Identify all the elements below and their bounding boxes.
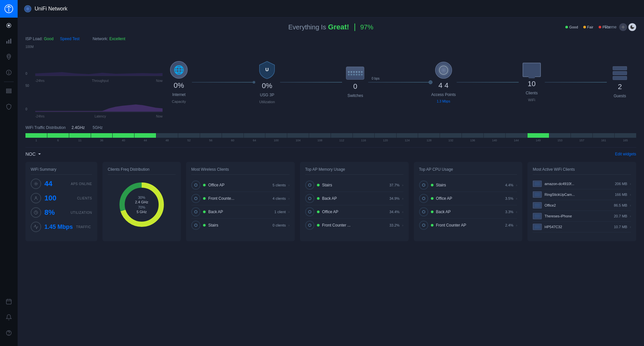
client-thumbnail xyxy=(533,191,542,198)
clients-icon xyxy=(31,193,41,203)
channel-num-149: 149 xyxy=(527,139,549,142)
channel-bar-144 xyxy=(506,133,527,138)
topo-clients[interactable]: 10 Clients WiFi xyxy=(519,63,545,102)
channel-num-153: 153 xyxy=(549,139,571,142)
ap-cpu-item[interactable]: Back AP 3.3% › xyxy=(419,205,517,219)
widgets-row: WiFi Summary 44 APS ONLINE 100 CLIENTS xyxy=(25,162,636,241)
svg-rect-36 xyxy=(534,203,540,207)
ap-memory-item[interactable]: Front Counter ... 33.2% › xyxy=(305,219,403,232)
speed-test-button[interactable]: Speed Test xyxy=(60,37,80,41)
channel-num-52: 52 xyxy=(178,139,200,142)
svg-rect-4 xyxy=(8,40,9,44)
freq-24ghz-btn[interactable]: 2.4GHz xyxy=(70,125,87,131)
ap-ring-icon xyxy=(305,207,314,216)
sidebar-item-notifications[interactable] xyxy=(0,309,18,325)
channel-num-144: 144 xyxy=(506,139,527,142)
connector-dot xyxy=(429,80,432,84)
donut-center: 30% 2.4 GHz 70% 5 GHz xyxy=(135,196,148,214)
topo-access-points[interactable]: 4 4 Access Points 1.3 Mbps xyxy=(431,62,457,103)
sidebar-item-security[interactable] xyxy=(0,99,18,115)
theme-icons xyxy=(619,23,636,31)
channel-num-157: 157 xyxy=(571,139,592,142)
sidebar-item-home[interactable] xyxy=(0,18,18,33)
channel-bar-132 xyxy=(440,133,462,138)
chevron-right-icon: › xyxy=(288,197,289,200)
widget-top-ap-cpu: Top AP CPU Usage Stairs 4.4% › Office AP… xyxy=(414,162,523,241)
chevron-right-icon: › xyxy=(516,224,517,227)
channel-bar-112 xyxy=(331,133,353,138)
client-thumbnail xyxy=(533,202,542,209)
ap-circle-icon xyxy=(435,62,452,79)
switch-icon xyxy=(346,67,364,80)
wireless-client-item[interactable]: Front Counte... 4 clients › xyxy=(191,192,290,205)
svg-point-26 xyxy=(34,182,37,185)
wireless-client-item[interactable]: Back AP 1 client › xyxy=(191,205,290,219)
chevron-right-icon: › xyxy=(516,210,517,214)
widget-most-active: Most Active WiFi Clients amazon-dc4910f.… xyxy=(527,162,636,241)
ap-memory-item[interactable]: Stairs 37.7% › xyxy=(305,179,403,192)
channel-bar-128 xyxy=(418,133,440,138)
ap-cpu-item[interactable]: Stairs 4.4% › xyxy=(419,179,517,192)
noc-title-button[interactable]: NOC xyxy=(25,151,41,157)
sidebar-item-devices[interactable] xyxy=(0,83,18,99)
channel-num-116: 116 xyxy=(353,139,374,142)
channel-bar-165 xyxy=(615,133,636,138)
sidebar-item-map[interactable] xyxy=(0,49,18,65)
widget-most-wireless: Most Wireless Clients Office AP 5 client… xyxy=(186,162,295,241)
wireless-client-item[interactable]: Stairs 0 clients › xyxy=(191,219,290,232)
channel-num-11: 11 xyxy=(69,139,91,142)
channel-num-64: 64 xyxy=(244,139,265,142)
freq-5ghz-btn[interactable]: 5GHz xyxy=(91,125,105,131)
sidebar-logo[interactable] xyxy=(0,0,18,18)
active-client-item[interactable]: Thereses-iPhone 20.7 MB › xyxy=(533,211,631,222)
chevron-right-icon: › xyxy=(288,224,289,227)
traffic-icon xyxy=(31,222,41,232)
topo-usg[interactable]: U 0% USG 3P Utilization xyxy=(254,61,280,104)
theme-light[interactable] xyxy=(619,23,627,31)
top-memory-list: Stairs 37.7% › Back AP 34.9% › Office AP… xyxy=(305,179,403,232)
channel-bars xyxy=(25,133,636,138)
svg-rect-10 xyxy=(7,89,11,90)
channel-bar-64 xyxy=(244,133,265,138)
channel-bar-153 xyxy=(549,133,571,138)
topo-switches[interactable]: 0 Switches xyxy=(342,67,368,98)
aps-online-item: 44 APS ONLINE xyxy=(31,179,92,189)
active-client-item[interactable]: HP547C32 10.7 MB › xyxy=(533,222,631,232)
channel-bar-60 xyxy=(222,133,243,138)
topo-guests[interactable]: 2 Guests xyxy=(607,66,633,98)
channel-bar-6 xyxy=(47,133,69,138)
chevron-right-icon: › xyxy=(402,210,403,214)
edit-widgets-button[interactable]: Edit widgets xyxy=(615,152,636,156)
app-title: UniFi Network xyxy=(35,6,67,12)
active-client-item[interactable]: Office2 86.5 MB › xyxy=(533,200,631,211)
svg-point-19 xyxy=(622,26,624,28)
sidebar-item-help[interactable] xyxy=(0,325,18,341)
topo-internet[interactable]: 🌐 0% Internet Capacity xyxy=(166,61,192,103)
wireless-client-item[interactable]: Office AP 5 clients › xyxy=(191,179,290,192)
online-dot xyxy=(203,184,206,186)
network-topology: 🌐 0% Internet Capacity U 0% xyxy=(163,45,636,119)
client-ring-icon xyxy=(191,194,200,203)
channel-bar-11 xyxy=(69,133,91,138)
theme-toggle[interactable]: Theme xyxy=(605,23,636,31)
channel-num-124: 124 xyxy=(397,139,418,142)
sidebar-item-calendar[interactable] xyxy=(0,294,18,309)
channel-bar-108 xyxy=(309,133,331,138)
active-client-item[interactable]: amazon-dc4910f... 206 MB › xyxy=(533,179,631,189)
active-client-item[interactable]: RingStickUpCam... 166 MB › xyxy=(533,189,631,200)
chevron-right-icon: › xyxy=(402,224,403,227)
sidebar-item-alerts[interactable] xyxy=(0,65,18,80)
throughput-chart: 100M 0 -24hrs Throughput Now xyxy=(25,45,163,83)
ap-cpu-item[interactable]: Front Counter AP 2.4% › xyxy=(419,219,517,232)
fair-dot xyxy=(583,26,586,28)
isp-row: ISP Load: Good Speed Test Network: Excel… xyxy=(25,37,636,41)
ap-memory-item[interactable]: Back AP 34.9% › xyxy=(305,192,403,205)
ap-cpu-item[interactable]: Office AP 3.5% › xyxy=(419,192,517,205)
theme-dark[interactable] xyxy=(628,23,636,31)
most-active-list: amazon-dc4910f... 206 MB › RingStickUpCa… xyxy=(533,179,631,232)
good-dot xyxy=(565,26,568,28)
top-ap-memory-title: Top AP Memory Usage xyxy=(305,167,403,175)
topo-connector-4 xyxy=(457,82,519,83)
sidebar-item-stats[interactable] xyxy=(0,33,18,49)
ap-memory-item[interactable]: Office AP 34.4% › xyxy=(305,205,403,219)
